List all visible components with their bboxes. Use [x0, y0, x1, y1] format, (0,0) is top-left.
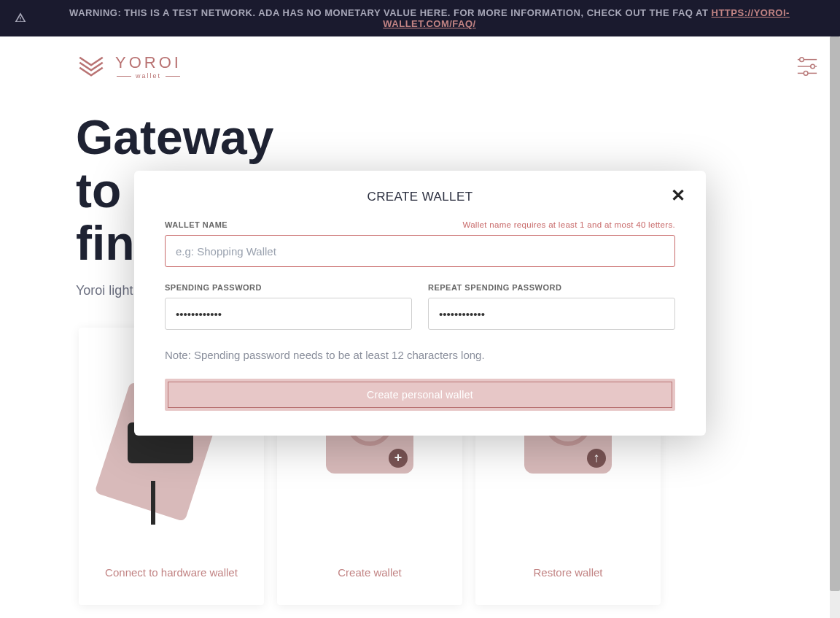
submit-button-wrap: Create personal wallet [165, 379, 675, 411]
create-wallet-modal: CREATE WALLET ✕ WALLET NAME Wallet name … [134, 171, 706, 436]
wallet-name-input[interactable] [165, 235, 675, 267]
spending-password-input[interactable] [165, 298, 412, 330]
repeat-password-label: REPEAT SPENDING PASSWORD [428, 283, 675, 292]
spending-password-label: SPENDING PASSWORD [165, 283, 412, 292]
password-fields-row: SPENDING PASSWORD REPEAT SPENDING PASSWO… [165, 283, 675, 330]
password-note: Note: Spending password needs to be at l… [165, 349, 675, 361]
wallet-name-label: WALLET NAME [165, 220, 228, 229]
wallet-name-error: Wallet name requires at least 1 and at m… [462, 220, 675, 229]
create-personal-wallet-button[interactable]: Create personal wallet [168, 382, 672, 408]
modal-title: CREATE WALLET [165, 190, 675, 204]
wallet-name-field-row: WALLET NAME Wallet name requires at leas… [165, 220, 675, 267]
repeat-password-input[interactable] [428, 298, 675, 330]
close-icon[interactable]: ✕ [671, 187, 685, 204]
